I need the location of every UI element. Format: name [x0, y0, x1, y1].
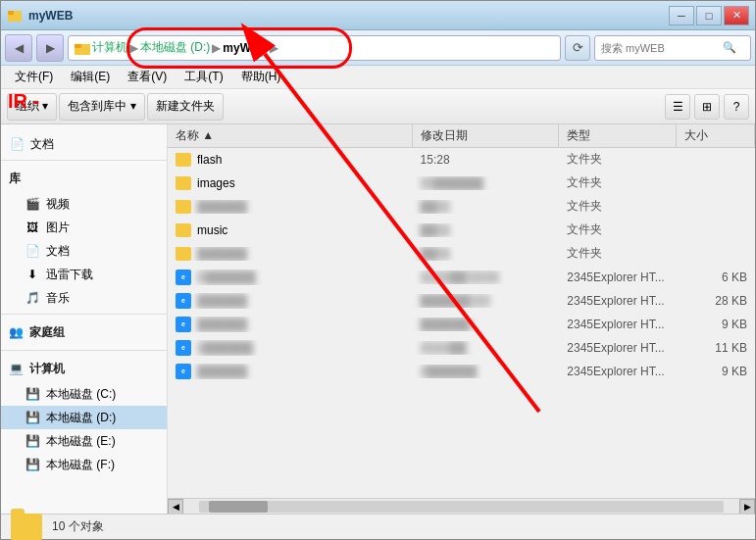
file-area: 名称 ▲ 修改日期 类型 大小 flash 15:28 文件夹	[168, 124, 755, 514]
sidebar-item-disk-c[interactable]: 💾 本地磁盘 (C:)	[1, 382, 167, 406]
folder-icon	[176, 223, 191, 237]
breadcrumb-drive-d[interactable]: 本地磁盘 (D:)	[140, 39, 210, 56]
disk-c-icon: 💾	[25, 386, 40, 402]
horizontal-scrollbar[interactable]: ◀ ▶	[168, 498, 755, 514]
refresh-button[interactable]: ⟳	[565, 35, 590, 61]
menu-bar: 文件(F) 编辑(E) 查看(V) 工具(T) 帮助(H)	[1, 66, 755, 89]
table-row[interactable]: e ██████ 2██████ 2345Explorer HT... 9 KB	[168, 360, 755, 383]
sidebar-section-homegroup: 👥 家庭组	[1, 319, 167, 346]
toolbar: 组织 ▾ 包含到库中 ▾ 新建文件夹 ☰ ⊞ ?	[1, 89, 755, 124]
sidebar-label-video: 视频	[46, 196, 70, 213]
sidebar-item-documents[interactable]: 📄 文档	[1, 239, 167, 263]
file-name: ██████	[197, 200, 247, 214]
new-folder-button[interactable]: 新建文件夹	[147, 93, 224, 121]
file-size: 28 KB	[677, 294, 755, 308]
file-type: 2345Explorer HT...	[559, 341, 677, 355]
file-date: ██30	[413, 200, 560, 214]
sidebar-item-disk-d[interactable]: 💾 本地磁盘 (D:)	[1, 406, 167, 429]
sidebar-item-disk-e[interactable]: 💾 本地磁盘 (E:)	[1, 429, 167, 453]
sidebar-item-music[interactable]: 🎵 音乐	[1, 286, 167, 310]
table-row[interactable]: e D██████ 2016/██ 10:30 2345Explorer HT.…	[168, 266, 755, 289]
sidebar-label-disk-c: 本地磁盘 (C:)	[46, 386, 116, 403]
document-icon: 📄	[9, 136, 25, 152]
html-icon: e	[176, 340, 191, 356]
file-size: 6 KB	[677, 270, 755, 284]
status-bar: 10 个对象	[1, 514, 755, 539]
table-row[interactable]: e v██████ 2016/██ 2345Explorer HT... 11 …	[168, 336, 755, 360]
address-row: ◀ ▶ 计算机 ▶ 本地磁盘 (D:) ▶ myWEB ▶ ⟳ 🔍	[1, 30, 755, 66]
new-folder-label: 新建文件夹	[156, 98, 215, 115]
computer-icon: 💻	[9, 362, 24, 375]
sidebar-item-disk-f[interactable]: 💾 本地磁盘 (F:)	[1, 453, 167, 476]
search-bar[interactable]: 🔍	[594, 35, 751, 61]
html-icon: e	[176, 364, 191, 379]
menu-help[interactable]: 帮助(H)	[233, 67, 289, 87]
disk-e-icon: 💾	[25, 433, 40, 449]
sidebar-label-music: 音乐	[46, 290, 70, 307]
sidebar-item-thunder[interactable]: ⬇ 迅雷下载	[1, 263, 167, 286]
table-row[interactable]: flash 15:28 文件夹	[168, 148, 755, 172]
title-bar: myWEB ─ □ ✕	[1, 1, 755, 30]
file-type: 文件夹	[559, 221, 677, 238]
organize-button[interactable]: 组织 ▾	[7, 93, 57, 121]
menu-file[interactable]: 文件(F)	[7, 67, 61, 87]
sidebar-item-documents-fav[interactable]: 📄 文档	[1, 132, 167, 156]
scroll-track	[199, 501, 724, 513]
close-button[interactable]: ✕	[724, 6, 749, 25]
sidebar-item-video[interactable]: 🎬 视频	[1, 192, 167, 216]
table-row[interactable]: e ██████ ██████ 2345Explorer HT... 9 KB	[168, 313, 755, 336]
menu-edit[interactable]: 编辑(E)	[63, 67, 118, 87]
sidebar-label-docs: 文档	[46, 243, 70, 260]
file-type: 文件夹	[559, 245, 677, 262]
file-type: 2345Explorer HT...	[559, 294, 677, 308]
sidebar-divider-3	[1, 350, 167, 351]
sidebar-section-library: 库	[1, 165, 167, 192]
view-toggle-button[interactable]: ☰	[665, 94, 690, 120]
table-row[interactable]: e ██████ ██████ :07 2345Explorer HT... 2…	[168, 289, 755, 313]
table-row[interactable]: images 20██████ 文件夹	[168, 172, 755, 195]
menu-view[interactable]: 查看(V)	[120, 67, 175, 87]
table-row[interactable]: ██████ ██28 文件夹	[168, 242, 755, 266]
sidebar-label-disk-e: 本地磁盘 (E:)	[46, 433, 116, 450]
file-header: 名称 ▲ 修改日期 类型 大小	[168, 124, 755, 148]
menu-tools[interactable]: 工具(T)	[176, 67, 230, 87]
breadcrumb-bar[interactable]: 计算机 ▶ 本地磁盘 (D:) ▶ myWEB ▶	[68, 35, 561, 61]
file-type: 文件夹	[559, 198, 677, 215]
library-header-label: 库	[9, 171, 21, 187]
disk-f-icon: 💾	[25, 457, 40, 472]
sidebar-item-pictures[interactable]: 🖼 图片	[1, 216, 167, 239]
file-name: v██████	[197, 341, 253, 355]
sidebar-label-pictures: 图片	[46, 220, 70, 236]
file-size: 9 KB	[677, 318, 755, 331]
breadcrumb-computer[interactable]: 计算机	[92, 39, 127, 56]
homegroup-icon: 👥	[9, 325, 24, 339]
file-name: images	[197, 176, 235, 190]
scroll-right-btn[interactable]: ▶	[739, 499, 755, 515]
music-icon: 🎵	[25, 290, 40, 306]
back-button[interactable]: ◀	[5, 34, 32, 62]
search-input[interactable]	[601, 42, 719, 54]
file-list: flash 15:28 文件夹 images 20██████ 文件夹	[168, 148, 755, 498]
include-library-button[interactable]: 包含到库中 ▾	[59, 93, 144, 121]
file-type: 文件夹	[559, 174, 677, 191]
file-size: 9 KB	[677, 365, 755, 378]
table-row[interactable]: ██████ ██30 文件夹	[168, 195, 755, 219]
breadcrumb-current[interactable]: myWEB	[223, 41, 267, 55]
sidebar-divider-2	[1, 314, 167, 315]
minimize-button[interactable]: ─	[669, 6, 694, 25]
table-row[interactable]: music ██28 文件夹	[168, 219, 755, 242]
column-date[interactable]: 修改日期	[413, 124, 560, 147]
forward-button[interactable]: ▶	[36, 34, 64, 62]
organize-label: 组织 ▾	[16, 98, 48, 115]
column-name[interactable]: 名称 ▲	[168, 124, 413, 147]
column-type[interactable]: 类型	[559, 124, 677, 147]
maximize-button[interactable]: □	[696, 6, 722, 25]
scroll-thumb[interactable]	[209, 501, 268, 513]
help-button[interactable]: ?	[724, 94, 749, 120]
search-icon[interactable]: 🔍	[723, 41, 736, 54]
view-grid-button[interactable]: ⊞	[694, 94, 720, 120]
window-title: myWEB	[28, 9, 73, 23]
scroll-left-btn[interactable]: ◀	[168, 499, 183, 515]
column-size[interactable]: 大小	[677, 124, 755, 147]
file-date: 2016/██ 10:30	[413, 270, 560, 284]
